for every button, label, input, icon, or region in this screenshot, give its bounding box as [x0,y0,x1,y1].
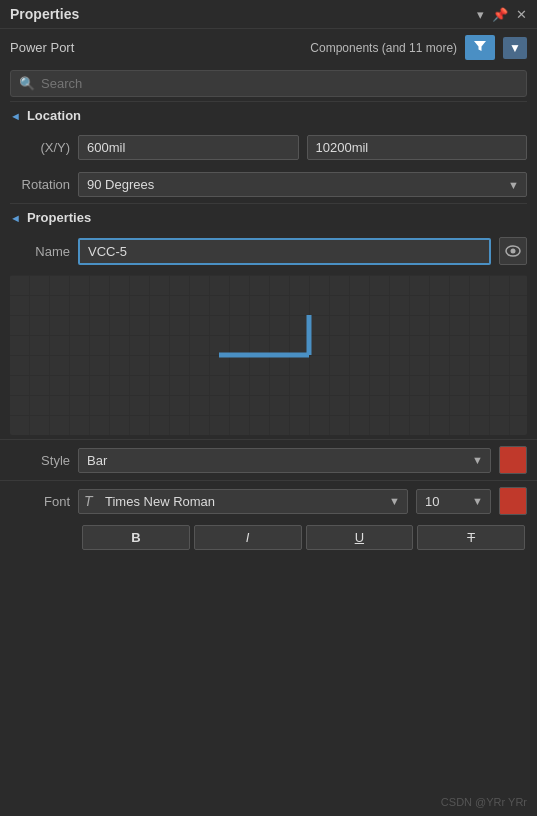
properties-title: Properties [27,210,91,225]
location-section-header[interactable]: ◄ Location [0,102,537,129]
filter-button[interactable] [465,35,495,60]
font-select-wrap: T Times New Roman Arial Courier New ▼ [78,489,408,514]
font-size-select[interactable]: 8 9 10 11 12 14 [416,489,491,514]
svg-point-1 [511,249,516,254]
xy-inputs [78,135,527,160]
style-color-swatch[interactable] [499,446,527,474]
font-size-wrap: 8 9 10 11 12 14 ▼ [416,489,491,514]
font-label: Font [10,494,70,509]
bold-button[interactable]: B [82,525,190,550]
xy-label: (X/Y) [10,140,70,155]
filter-row: Power Port Components (and 11 more) ▼ [0,29,537,66]
rotation-row: Rotation 0 Degrees 90 Degrees 180 Degree… [0,166,537,203]
filter-dropdown-button[interactable]: ▼ [503,37,527,59]
format-row: B I U T [0,521,537,554]
properties-arrow: ◄ [10,212,21,224]
italic-button[interactable]: I [194,525,302,550]
filter-label: Power Port [10,40,74,55]
visibility-button[interactable] [499,237,527,265]
font-color-swatch[interactable] [499,487,527,515]
search-icon: 🔍 [19,76,35,91]
dropdown-icon[interactable]: ▾ [477,7,484,22]
style-select-wrap: Bar Power Flag Arrow Dot ▼ [78,448,491,473]
name-label: Name [10,244,70,259]
search-row: 🔍 [0,66,537,101]
footer-text: CSDN @YRr YRr [441,796,527,808]
x-input[interactable] [78,135,299,160]
symbol-preview [10,275,527,435]
location-arrow: ◄ [10,110,21,122]
underline-button[interactable]: U [306,525,414,550]
rotation-label: Rotation [10,177,70,192]
symbol-svg [179,305,359,405]
name-row: Name [0,231,537,271]
rotation-select[interactable]: 0 Degrees 90 Degrees 180 Degrees 270 Deg… [78,172,527,197]
font-select[interactable]: Times New Roman Arial Courier New [78,489,408,514]
title-bar-icons: ▾ 📌 ✕ [477,7,527,22]
rotation-select-wrap: 0 Degrees 90 Degrees 180 Degrees 270 Deg… [78,172,527,197]
location-title: Location [27,108,81,123]
title-bar: Properties ▾ 📌 ✕ [0,0,537,29]
search-box: 🔍 [10,70,527,97]
y-input[interactable] [307,135,528,160]
eye-icon [505,245,521,257]
panel-title: Properties [10,6,79,22]
style-select[interactable]: Bar Power Flag Arrow Dot [78,448,491,473]
font-row: Font T Times New Roman Arial Courier New… [0,480,537,521]
search-input[interactable] [41,76,518,91]
strikethrough-button[interactable]: T [417,525,525,550]
name-input[interactable] [78,238,491,265]
close-icon[interactable]: ✕ [516,7,527,22]
properties-section-header[interactable]: ◄ Properties [0,204,537,231]
filter-icon [473,39,487,53]
style-row: Style Bar Power Flag Arrow Dot ▼ [0,439,537,480]
filter-components: Components (and 11 more) [82,41,457,55]
xy-row: (X/Y) [0,129,537,166]
pin-icon[interactable]: 📌 [492,7,508,22]
style-label: Style [10,453,70,468]
